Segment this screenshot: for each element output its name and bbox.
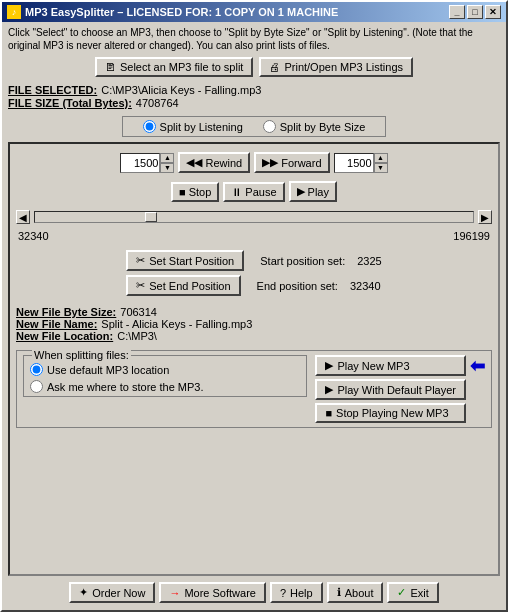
- forward-value-input[interactable]: 1500: [334, 153, 374, 173]
- top-buttons: 🖹 Select an MP3 file to split 🖨 Print/Op…: [8, 57, 500, 77]
- play-default-player-button[interactable]: ▶ Play With Default Player: [315, 379, 466, 400]
- end-pos-label: End position set:: [257, 280, 338, 292]
- rewind-spinner: 1500 ▲ ▼: [120, 153, 174, 173]
- slider-track[interactable]: [34, 211, 474, 223]
- start-pos-label: Start position set:: [260, 255, 345, 267]
- help-text: Click "Select" to choose an MP3, then ch…: [8, 26, 500, 52]
- split-listen-radio-label[interactable]: Split by Listening: [143, 120, 243, 133]
- forward-spin-up[interactable]: ▲: [374, 153, 388, 163]
- exit-icon: ✓: [397, 586, 406, 599]
- bottom-panel: When splitting files: Use default MP3 lo…: [16, 350, 492, 428]
- arrow-right-icon: ⬅: [470, 355, 485, 377]
- new-location-value: C:\MP3\: [117, 330, 157, 342]
- about-icon: ℹ: [337, 586, 341, 599]
- new-location-label: New File Location:: [16, 330, 113, 342]
- slider-thumb[interactable]: [145, 212, 157, 222]
- playback-controls-row: ■ Stop ⏸ Pause ▶ Play: [16, 181, 492, 202]
- close-button[interactable]: ✕: [485, 5, 501, 19]
- rewind-spin-up[interactable]: ▲: [160, 153, 174, 163]
- slider-left-arrow[interactable]: ◀: [16, 210, 30, 224]
- start-pos-value: 2325: [357, 255, 381, 267]
- file-selected-value: C:\MP3\Alicia Keys - Falling.mp3: [101, 84, 261, 96]
- slider-min-label: 32340: [18, 230, 49, 242]
- byte-size-label: New File Byte Size:: [16, 306, 116, 318]
- order-now-button[interactable]: ✦ Order Now: [69, 582, 155, 603]
- splitting-radio-group: Use default MP3 location Ask me where to…: [30, 363, 300, 393]
- rewind-spin-down[interactable]: ▼: [160, 163, 174, 173]
- main-window: ♪ MP3 EasySplitter – LICENSED FOR: 1 COP…: [0, 0, 508, 612]
- stop-icon: ■: [179, 186, 186, 198]
- play-new-icon: ▶: [325, 359, 333, 372]
- select-mp3-button[interactable]: 🖹 Select an MP3 file to split: [95, 57, 254, 77]
- position-labels: 32340 196199: [16, 230, 492, 242]
- print-icon: 🖨: [269, 61, 280, 73]
- play-button[interactable]: ▶ Play: [289, 181, 337, 202]
- more-software-button[interactable]: → More Software: [159, 582, 266, 603]
- exit-button[interactable]: ✓ Exit: [387, 582, 438, 603]
- splitting-group-label: When splitting files:: [32, 349, 131, 361]
- play-default-icon: ▶: [325, 383, 333, 396]
- print-open-button[interactable]: 🖨 Print/Open MP3 Listings: [259, 57, 413, 77]
- forward-spinner-arrows: ▲ ▼: [374, 153, 388, 173]
- byte-size-row: New File Byte Size: 706314: [16, 306, 492, 318]
- select-icon: 🖹: [105, 61, 116, 73]
- slider-right-arrow[interactable]: ▶: [478, 210, 492, 224]
- split-mode-group: Split by Listening Split by Byte Size: [122, 116, 387, 137]
- ask-location-radio-label[interactable]: Ask me where to store the MP3.: [30, 380, 300, 393]
- rewind-spinner-arrows: ▲ ▼: [160, 153, 174, 173]
- new-location-row: New File Location: C:\MP3\: [16, 330, 492, 342]
- order-icon: ✦: [79, 586, 88, 599]
- file-size-label: FILE SIZE (Total Bytes):: [8, 97, 132, 109]
- start-pos-row: ✂ Set Start Position Start position set:…: [126, 250, 381, 271]
- new-name-value: Split - Alicia Keys - Falling.mp3: [101, 318, 252, 330]
- slider-max-label: 196199: [453, 230, 490, 242]
- pause-button[interactable]: ⏸ Pause: [223, 182, 284, 202]
- rewind-value-input[interactable]: 1500: [120, 153, 160, 173]
- position-btn-col: ✂ Set Start Position Start position set:…: [126, 250, 381, 296]
- file-size-value: 4708764: [136, 97, 179, 109]
- file-info: FILE SELECTED: C:\MP3\Alicia Keys - Fall…: [8, 84, 500, 109]
- end-pos-value: 32340: [350, 280, 381, 292]
- minimize-button[interactable]: _: [449, 5, 465, 19]
- file-size-row: FILE SIZE (Total Bytes): 4708764: [8, 97, 500, 109]
- stop-button[interactable]: ■ Stop: [171, 182, 219, 202]
- end-pos-row: ✂ Set End Position End position set: 323…: [126, 275, 381, 296]
- new-file-info: New File Byte Size: 706314 New File Name…: [16, 306, 492, 342]
- new-name-label: New File Name:: [16, 318, 97, 330]
- file-selected-row: FILE SELECTED: C:\MP3\Alicia Keys - Fall…: [8, 84, 500, 96]
- play-new-mp3-button[interactable]: ▶ Play New MP3: [315, 355, 466, 376]
- new-name-row: New File Name: Split - Alicia Keys - Fal…: [16, 318, 492, 330]
- split-byte-radio-label[interactable]: Split by Byte Size: [263, 120, 366, 133]
- split-listen-radio[interactable]: [143, 120, 156, 133]
- default-location-radio-label[interactable]: Use default MP3 location: [30, 363, 300, 376]
- play-buttons-col: ▶ Play New MP3 ▶ Play With Default Playe…: [315, 355, 466, 423]
- byte-size-value: 706314: [120, 306, 157, 318]
- file-selected-label: FILE SELECTED:: [8, 84, 97, 96]
- app-icon: ♪: [7, 5, 21, 19]
- set-start-button[interactable]: ✂ Set Start Position: [126, 250, 244, 271]
- stop-playing-icon: ■: [325, 407, 332, 419]
- maximize-button[interactable]: □: [467, 5, 483, 19]
- title-bar-left: ♪ MP3 EasySplitter – LICENSED FOR: 1 COP…: [7, 5, 338, 19]
- stop-playing-button[interactable]: ■ Stop Playing New MP3: [315, 403, 466, 423]
- splitting-group: When splitting files: Use default MP3 lo…: [23, 355, 307, 397]
- help-button[interactable]: ? Help: [270, 582, 323, 603]
- ask-location-radio[interactable]: [30, 380, 43, 393]
- forward-button[interactable]: ▶▶ Forward: [254, 152, 329, 173]
- forward-icon: ▶▶: [262, 156, 278, 169]
- set-end-button[interactable]: ✂ Set End Position: [126, 275, 240, 296]
- default-location-radio[interactable]: [30, 363, 43, 376]
- rewind-button[interactable]: ◀◀ Rewind: [178, 152, 250, 173]
- play-section: ▶ Play New MP3 ▶ Play With Default Playe…: [315, 355, 485, 423]
- about-button[interactable]: ℹ About: [327, 582, 384, 603]
- pause-icon: ⏸: [231, 186, 242, 198]
- footer-row: ✦ Order Now → More Software ? Help ℹ Abo…: [8, 579, 500, 606]
- slider-row: ◀ ▶: [16, 210, 492, 224]
- rewind-forward-row: 1500 ▲ ▼ ◀◀ Rewind ▶▶ Forward 1500: [16, 152, 492, 173]
- rewind-icon: ◀◀: [186, 156, 202, 169]
- main-content: Click "Select" to choose an MP3, then ch…: [2, 22, 506, 610]
- split-byte-radio[interactable]: [263, 120, 276, 133]
- window-title: MP3 EasySplitter – LICENSED FOR: 1 COPY …: [25, 6, 338, 18]
- forward-spin-down[interactable]: ▼: [374, 163, 388, 173]
- forward-spinner: 1500 ▲ ▼: [334, 153, 388, 173]
